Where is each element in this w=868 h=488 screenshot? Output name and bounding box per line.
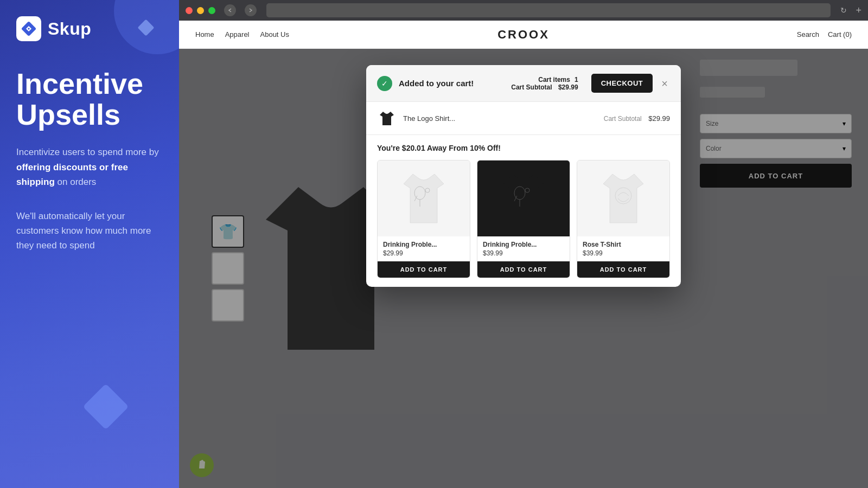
upsell-product-1-name: Drinking Proble... <box>383 241 464 248</box>
upsell-section: You're $20.01 Away From 10% Off! <box>366 135 681 287</box>
cart-modal: ✓ Added to your cart! Cart items1 Cart S… <box>366 65 681 287</box>
upsell-add-to-cart-1[interactable]: ADD TO CART <box>378 261 470 278</box>
modal-close-button[interactable]: × <box>659 76 670 91</box>
skup-logo-icon <box>16 16 41 41</box>
modal-subtotal-area: Cart Subtotal $29.99 <box>604 113 670 123</box>
browser-address-bar[interactable] <box>266 3 831 17</box>
upsell-title: You're $20.01 Away From 10% Off! <box>377 144 670 152</box>
modal-header: ✓ Added to your cart! Cart items1 Cart S… <box>366 65 681 102</box>
hero-title: IncentiveUpsells <box>16 68 163 130</box>
upsell-product-1: Drinking Proble... $29.99 ADD TO CART <box>377 160 470 278</box>
left-panel: Skup IncentiveUpsells Incentivize users … <box>0 0 179 488</box>
nav-about[interactable]: About Us <box>260 30 289 38</box>
upsell-product-3-info: Rose T-Shirt $39.99 <box>577 236 669 257</box>
check-icon: ✓ <box>377 76 392 91</box>
browser-titlebar: ↻ + <box>179 0 868 21</box>
modal-product-row: The Logo Shirt... Cart Subtotal $29.99 <box>366 102 681 135</box>
diamond-top-decoration <box>137 19 154 36</box>
store-navigation: Home Apparel About Us CROOX Search Cart … <box>179 21 868 49</box>
upsell-product-2: Drinking Proble... $39.99 ADD TO CART <box>477 160 570 278</box>
modal-product-image <box>377 108 397 128</box>
store-content: 👕 Size ▾ Color ▾ A <box>179 49 868 488</box>
nav-cart[interactable]: Cart (0) <box>828 30 852 38</box>
upsell-product-3: Rose T-Shirt $39.99 ADD TO CART <box>577 160 670 278</box>
browser-minimize-dot[interactable] <box>197 7 204 14</box>
browser-back-button[interactable] <box>224 4 236 16</box>
upsell-product-2-name: Drinking Proble... <box>483 241 564 248</box>
upsell-add-to-cart-3[interactable]: ADD TO CART <box>577 261 669 278</box>
upsell-product-2-price: $39.99 <box>483 249 564 257</box>
upsell-product-1-price: $29.99 <box>383 249 464 257</box>
checkout-button[interactable]: CHECKOUT <box>591 74 653 93</box>
upsell-product-3-name: Rose T-Shirt <box>583 241 664 248</box>
store-brand: CROOX <box>497 28 550 42</box>
store-nav-links: Home Apparel About Us <box>195 30 289 38</box>
modal-overlay: ✓ Added to your cart! Cart items1 Cart S… <box>179 49 868 488</box>
nav-search[interactable]: Search <box>797 30 819 38</box>
hero-desc2: We'll automatically let your customers k… <box>16 209 163 253</box>
nav-apparel[interactable]: Apparel <box>225 30 250 38</box>
upsell-product-2-image <box>477 160 570 236</box>
modal-product-name: The Logo Shirt... <box>403 114 597 123</box>
added-to-cart-text: Added to your cart! <box>399 79 500 88</box>
upsell-product-3-image <box>577 160 669 236</box>
nav-home[interactable]: Home <box>195 30 214 38</box>
upsell-product-1-image <box>378 160 470 236</box>
upsell-products-list: Drinking Proble... $29.99 ADD TO CART <box>377 160 670 278</box>
store-nav-right: Search Cart (0) <box>797 30 852 38</box>
hero-desc: Incentivize users to spend more by offer… <box>16 145 163 189</box>
browser-maximize-dot[interactable] <box>208 7 215 14</box>
upsell-product-3-price: $39.99 <box>583 249 664 257</box>
skup-brand-name: Skup <box>48 19 91 39</box>
browser-window: ↻ + Home Apparel About Us CROOX Search C… <box>179 0 868 488</box>
upsell-product-1-info: Drinking Proble... $29.99 <box>378 236 470 257</box>
upsell-product-2-info: Drinking Proble... $39.99 <box>477 236 570 257</box>
browser-chrome: ↻ + <box>179 0 868 21</box>
cart-subtotal: Cart Subtotal $29.99 <box>507 84 578 91</box>
cart-info: Cart items1 Cart Subtotal $29.99 <box>507 76 578 91</box>
browser-new-tab-button[interactable]: + <box>856 5 861 16</box>
diamond-bottom-decoration <box>83 384 129 430</box>
cart-items-count: Cart items1 <box>534 76 578 84</box>
browser-reload-icon[interactable]: ↻ <box>840 6 847 15</box>
browser-forward-button[interactable] <box>245 4 257 16</box>
browser-close-dot[interactable] <box>186 7 193 14</box>
upsell-add-to-cart-2[interactable]: ADD TO CART <box>477 261 570 278</box>
